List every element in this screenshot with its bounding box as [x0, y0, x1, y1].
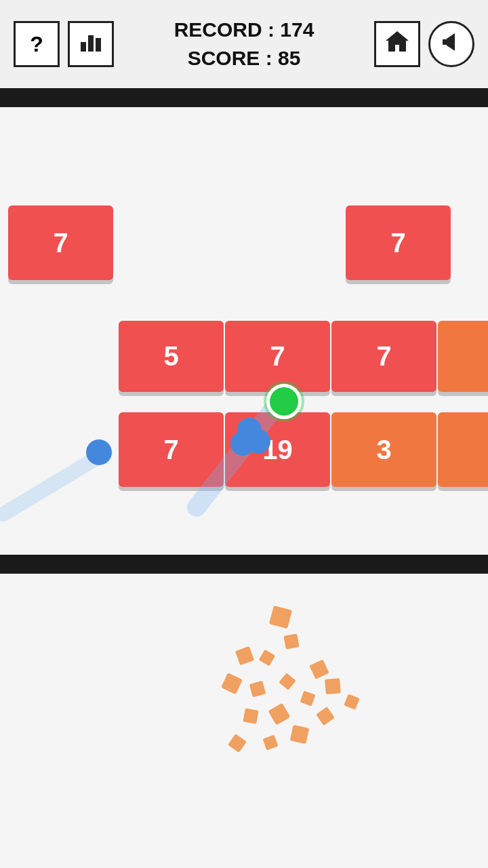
block-value: 5 [163, 341, 178, 372]
svg-rect-13 [249, 681, 266, 697]
svg-rect-18 [300, 690, 315, 706]
top-divider-bar [0, 88, 488, 107]
svg-rect-2 [96, 38, 101, 52]
block-row1-right: 7 [346, 205, 451, 280]
bar-chart-icon [78, 28, 104, 60]
svg-rect-16 [243, 708, 258, 724]
header-right-icons [374, 21, 474, 67]
block-value: 7 [270, 341, 285, 372]
block-value: 7 [163, 435, 178, 465]
svg-rect-23 [316, 707, 335, 726]
svg-rect-24 [344, 694, 359, 709]
svg-rect-5 [443, 39, 448, 45]
home-icon [384, 28, 410, 60]
svg-rect-8 [269, 606, 292, 629]
block-row3-4 [438, 412, 488, 487]
sound-button[interactable] [428, 21, 474, 67]
svg-rect-9 [235, 646, 254, 665]
block-row3-1: 7 [119, 412, 224, 487]
svg-marker-3 [386, 31, 409, 52]
bottom-divider-bar [0, 555, 488, 574]
svg-rect-12 [221, 673, 243, 694]
svg-rect-1 [88, 35, 94, 52]
score-text: SCORE : 85 [174, 44, 314, 73]
record-text: RECORD : 174 [174, 16, 314, 44]
svg-rect-19 [325, 678, 341, 694]
block-row2-1: 5 [119, 321, 224, 392]
bottom-area [0, 574, 488, 868]
score-display: RECORD : 174 SCORE : 85 [174, 16, 314, 73]
speaker-icon [440, 31, 463, 58]
header: ? RECORD : 174 SCORE : 85 [0, 0, 488, 88]
svg-rect-21 [262, 734, 278, 750]
block-row3-3: 3 [331, 412, 436, 487]
svg-rect-15 [309, 659, 329, 679]
svg-rect-22 [290, 725, 309, 744]
blue-ball-cluster-3 [230, 431, 255, 456]
question-icon: ? [30, 32, 43, 57]
block-row2-3: 7 [331, 321, 436, 392]
svg-rect-20 [228, 734, 247, 753]
block-row2-2: 7 [225, 321, 330, 392]
stats-button[interactable] [68, 21, 114, 67]
block-value: 7 [390, 228, 405, 258]
green-target-ball [266, 384, 302, 419]
svg-rect-11 [283, 633, 299, 649]
block-row1-left: 7 [8, 205, 113, 280]
blue-ball-single [86, 439, 112, 465]
block-value: 7 [376, 341, 391, 372]
svg-rect-14 [279, 673, 296, 690]
home-button[interactable] [374, 21, 420, 67]
block-row2-4 [438, 321, 488, 392]
block-value: 3 [376, 435, 391, 465]
block-value: 7 [53, 228, 68, 258]
svg-rect-17 [268, 703, 291, 726]
svg-line-7 [3, 453, 105, 514]
scatter-pieces [0, 574, 488, 868]
svg-rect-10 [259, 650, 276, 667]
game-area[interactable]: 7 7 5 7 7 7 19 3 [0, 107, 488, 555]
header-left-icons: ? [14, 21, 114, 67]
svg-rect-0 [81, 42, 86, 52]
help-button[interactable]: ? [14, 21, 60, 67]
